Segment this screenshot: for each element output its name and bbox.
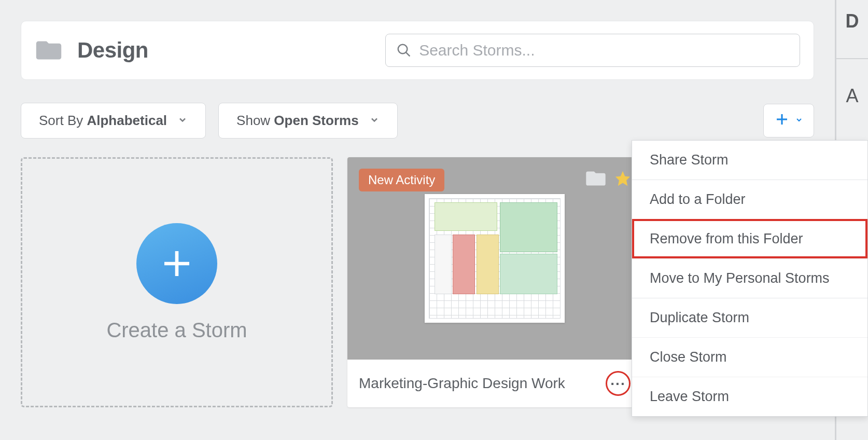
folder-icon[interactable] xyxy=(585,170,607,189)
show-prefix: Show xyxy=(236,113,274,128)
search-input[interactable] xyxy=(419,42,789,59)
chevron-down-icon xyxy=(369,113,380,129)
right-panel-letter: D xyxy=(846,10,859,32)
menu-item[interactable]: Duplicate Storm xyxy=(632,298,867,337)
svg-line-1 xyxy=(406,52,410,57)
storm-title: Marketing-Graphic Design Work xyxy=(359,375,598,392)
menu-item[interactable]: Share Storm xyxy=(632,141,867,180)
create-storm-label: Create a Storm xyxy=(106,319,247,342)
search-icon xyxy=(396,42,412,59)
storm-thumbnail xyxy=(425,194,565,323)
show-value: Open Storms xyxy=(274,113,358,128)
storm-context-menu: Share StormAdd to a FolderRemove from th… xyxy=(632,140,868,417)
storm-preview: New Activity xyxy=(347,157,642,360)
folder-title: Design xyxy=(77,38,148,63)
sort-prefix: Sort By xyxy=(39,113,87,128)
show-dropdown[interactable]: Show Open Storms xyxy=(218,103,398,139)
folder-header: Design xyxy=(21,21,814,80)
new-activity-badge: New Activity xyxy=(359,169,444,191)
search-field[interactable] xyxy=(385,34,800,67)
more-options-button[interactable]: ... xyxy=(606,371,631,396)
add-button[interactable] xyxy=(763,104,814,138)
star-icon[interactable] xyxy=(614,170,632,189)
storm-card[interactable]: New Activity xyxy=(347,157,642,407)
menu-item[interactable]: Close Storm xyxy=(632,337,867,377)
chevron-down-icon xyxy=(177,113,188,129)
create-plus-icon xyxy=(136,223,217,304)
folder-icon xyxy=(35,39,63,62)
menu-item[interactable]: Remove from this Folder xyxy=(632,219,867,258)
menu-item[interactable]: Leave Storm xyxy=(632,377,867,416)
create-storm-card[interactable]: Create a Storm xyxy=(21,157,333,407)
menu-item[interactable]: Add to a Folder xyxy=(632,180,867,219)
sort-value: Alphabetical xyxy=(87,113,167,128)
svg-marker-6 xyxy=(615,171,630,186)
svg-point-0 xyxy=(398,45,408,54)
right-panel-letter: A xyxy=(846,85,858,107)
menu-item[interactable]: Move to My Personal Storms xyxy=(632,258,867,298)
chevron-down-icon xyxy=(795,116,803,126)
sort-dropdown[interactable]: Sort By Alphabetical xyxy=(21,103,206,139)
plus-icon xyxy=(774,112,790,130)
controls-row: Sort By Alphabetical Show Open Storms xyxy=(21,103,814,139)
